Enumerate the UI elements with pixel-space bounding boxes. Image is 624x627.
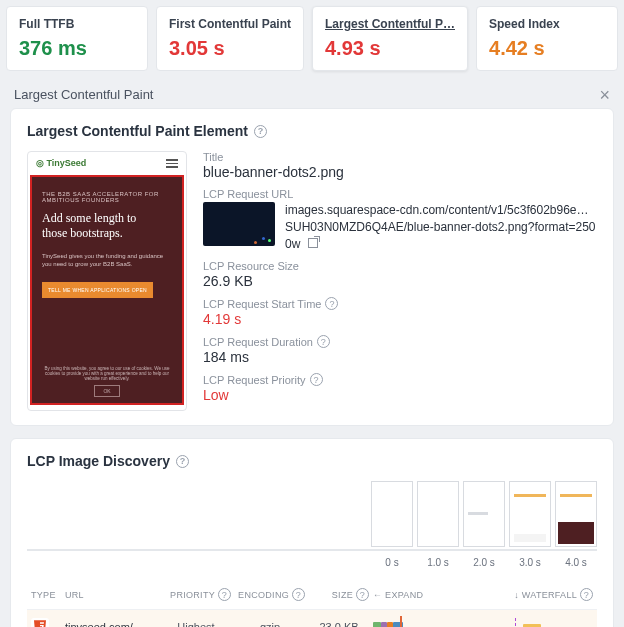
field-label-priority: LCP Request Priority ? — [203, 373, 597, 386]
metric-label: First Contentful Paint — [169, 17, 291, 31]
lcp-element-panel: Largest Contentful Paint Element ? ◎ Tin… — [10, 108, 614, 426]
thumb-sub: TinySeed gives you the funding and guida… — [42, 252, 172, 269]
external-link-icon — [308, 238, 318, 248]
field-value-duration: 184 ms — [203, 349, 597, 365]
field-value-priority: Low — [203, 387, 597, 403]
expand-label[interactable]: ← EXPAND — [373, 590, 423, 600]
panel-title-text: Largest Contentful Paint Element — [27, 123, 248, 139]
field-label-duration: LCP Request Duration ? — [203, 335, 597, 348]
filmstrip-frame — [463, 481, 505, 547]
metric-value: 3.05 s — [169, 37, 291, 60]
field-label-title: Title — [203, 151, 597, 163]
panel-title: Largest Contentful Paint Element ? — [27, 123, 597, 139]
thumb-headline: Add some length to those bootstraps. — [42, 211, 172, 242]
metric-label: Largest Contentful P… — [325, 17, 455, 31]
filmstrip-ticks: 0 s 1.0 s 2.0 s 3.0 s 4.0 s — [27, 557, 597, 568]
col-url: URL — [65, 590, 157, 600]
metric-value: 4.42 s — [489, 37, 605, 60]
field-value-start: 4.19 s — [203, 311, 597, 327]
help-icon: ? — [218, 588, 231, 601]
thumb-cta: TELL ME WHEN APPLICATIONS OPEN — [42, 282, 153, 298]
url-cell: tinyseed.com/ — [65, 621, 157, 627]
help-icon[interactable]: ? — [317, 335, 330, 348]
field-label-size: LCP Resource Size — [203, 260, 597, 272]
panel-title-text: LCP Image Discovery — [27, 453, 170, 469]
thumb-cookie: By using this website, you agree to our … — [40, 366, 174, 397]
col-waterfall[interactable]: ← EXPAND ↓ WATERFALL? — [373, 588, 593, 601]
field-label-start: LCP Request Start Time ? — [203, 297, 597, 310]
metric-label: Speed Index — [489, 17, 605, 31]
help-icon[interactable]: ? — [254, 125, 267, 138]
close-icon[interactable]: × — [599, 88, 610, 102]
tick: 0 s — [371, 557, 413, 568]
tick: 2.0 s — [463, 557, 505, 568]
html5-icon — [31, 618, 49, 627]
lcp-url-link[interactable]: images.squarespace-cdn.com/content/v1/5c… — [285, 202, 597, 252]
priority-cell: Highest — [161, 621, 231, 627]
metric-value: 376 ms — [19, 37, 135, 60]
size-cell: 23.0 KB — [309, 621, 369, 627]
col-type: TYPE — [31, 590, 61, 600]
table-row[interactable]: tinyseed.com/ Highest gzip 23.0 KB — [27, 610, 597, 627]
thumb-tagline: THE B2B SAAS ACCELERATOR FOR AMBITIOUS F… — [42, 191, 172, 203]
help-icon: ? — [580, 588, 593, 601]
filmstrip-frame — [509, 481, 551, 547]
table-header: TYPE URL PRIORITY? ENCODING? SIZE? ← EXP… — [27, 580, 597, 610]
metric-label: Full TTFB — [19, 17, 135, 31]
lcp-details: Title blue-banner-dots2.png LCP Request … — [203, 151, 597, 411]
filmstrip — [27, 481, 597, 551]
col-size[interactable]: SIZE? — [309, 588, 369, 601]
metric-fcp[interactable]: First Contentful Paint 3.05 s — [156, 6, 304, 71]
filmstrip-frame — [417, 481, 459, 547]
metric-lcp[interactable]: Largest Contentful P… 4.93 s — [312, 6, 468, 71]
field-value-title: blue-banner-dots2.png — [203, 164, 597, 180]
field-label-url: LCP Request URL — [203, 188, 597, 200]
lcp-element-thumbnail: ◎ TinySeed THE B2B SAAS ACCELERATOR FOR … — [27, 151, 187, 411]
section-title: Largest Contentful Paint — [14, 87, 153, 102]
hamburger-icon — [166, 157, 178, 170]
metric-si[interactable]: Speed Index 4.42 s — [476, 6, 618, 71]
filmstrip-frame — [371, 481, 413, 547]
col-encoding[interactable]: ENCODING? — [235, 588, 305, 601]
help-icon[interactable]: ? — [176, 455, 189, 468]
section-header: Largest Contentful Paint × — [0, 77, 624, 108]
url-thumbnail — [203, 202, 275, 246]
help-icon[interactable]: ? — [325, 297, 338, 310]
waterfall-cell — [373, 618, 593, 627]
encoding-cell: gzip — [235, 621, 305, 627]
tick: 1.0 s — [417, 557, 459, 568]
metric-value: 4.93 s — [325, 37, 455, 60]
help-icon: ? — [292, 588, 305, 601]
filmstrip-frame — [555, 481, 597, 547]
tick: 4.0 s — [555, 557, 597, 568]
metrics-row: Full TTFB 376 ms First Contentful Paint … — [0, 0, 624, 77]
help-icon: ? — [356, 588, 369, 601]
arrow-icon — [397, 616, 407, 627]
metric-ttfb[interactable]: Full TTFB 376 ms — [6, 6, 148, 71]
help-icon[interactable]: ? — [310, 373, 323, 386]
tick: 3.0 s — [509, 557, 551, 568]
field-value-size: 26.9 KB — [203, 273, 597, 289]
panel-title: LCP Image Discovery ? — [27, 453, 597, 469]
lcp-discovery-panel: LCP Image Discovery ? 0 s 1.0 s 2.0 s 3.… — [10, 438, 614, 627]
col-priority[interactable]: PRIORITY? — [161, 588, 231, 601]
brand-logo: ◎ TinySeed — [36, 158, 86, 168]
